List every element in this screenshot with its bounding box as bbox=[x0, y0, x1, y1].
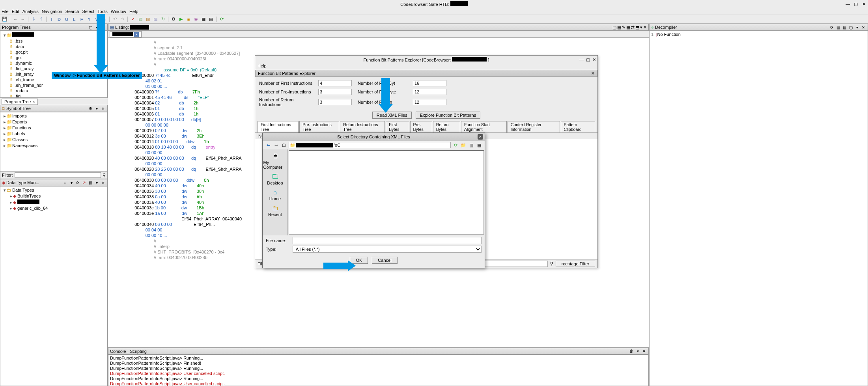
input-npb[interactable] bbox=[413, 89, 446, 95]
symbol-tree[interactable]: ▸📁Imports ▸📁Exports ▸📁Functions ▸📁Labels… bbox=[0, 112, 108, 171]
program-tree[interactable]: ▾📁 🗎.bss 🗎.data 🗎.got.plt 🗎.got 🗎.dynami… bbox=[0, 31, 108, 98]
window-close-icon[interactable]: ✕ bbox=[592, 57, 596, 62]
undo-icon[interactable]: ↶ bbox=[112, 16, 118, 22]
fbp-tab[interactable]: Pre-Instructions Tree bbox=[299, 121, 339, 132]
panel-close-icon[interactable]: ✕ bbox=[100, 106, 106, 111]
input-npi[interactable] bbox=[318, 89, 352, 95]
filename-input[interactable] bbox=[293, 237, 482, 244]
input-nfb[interactable] bbox=[413, 80, 446, 86]
fbp-help-menu[interactable]: Help bbox=[258, 63, 267, 68]
tree-item[interactable]: Functions bbox=[12, 125, 31, 130]
tool-icon[interactable]: ⟳ bbox=[218, 16, 225, 22]
panel-close-icon[interactable]: ✕ bbox=[100, 180, 106, 185]
panel-icon[interactable]: ▾ bbox=[635, 349, 640, 354]
tree-item[interactable]: .dynamic bbox=[15, 61, 32, 65]
save-icon[interactable]: 💾 bbox=[2, 16, 8, 22]
tree-item[interactable]: .bss bbox=[15, 39, 22, 43]
cancel-button[interactable]: Cancel bbox=[372, 257, 397, 264]
tree-item[interactable]: .eh_frame_hdr bbox=[15, 83, 43, 88]
cursor-icon[interactable]: ✎ bbox=[622, 25, 625, 30]
menu-help[interactable]: Help bbox=[129, 9, 138, 14]
back-icon[interactable]: ← bbox=[12, 16, 19, 22]
letter-i-icon[interactable]: I bbox=[49, 16, 55, 22]
refresh-icon[interactable]: ⟳ bbox=[829, 24, 834, 30]
panel-close-icon[interactable]: ✕ bbox=[591, 71, 595, 76]
fbp-tab[interactable]: Pattern Clipboard bbox=[561, 121, 595, 132]
toolbar-icon[interactable]: ⇄ bbox=[631, 25, 635, 30]
tree-item[interactable]: Data Types bbox=[12, 188, 34, 192]
letter-d-icon[interactable]: D bbox=[56, 16, 62, 22]
data-type-tree[interactable]: ▾🗀Data Types ▸◆ BuiltinTypes ▸◆ ▸◆ gener… bbox=[0, 186, 108, 386]
tree-item[interactable]: Classes bbox=[12, 137, 28, 142]
program-tree-tab[interactable]: Program Tree× bbox=[2, 99, 38, 105]
menu-file[interactable]: File bbox=[2, 9, 9, 14]
tree-item[interactable]: .got bbox=[15, 55, 22, 60]
nav-icon[interactable]: ⇡ bbox=[38, 16, 44, 22]
fbp-pct-filter-button[interactable]: rcentage Filter bbox=[556, 261, 595, 267]
nav-back-icon[interactable]: ⬅ bbox=[265, 142, 271, 148]
fbp-tab[interactable]: Pre-Bytes bbox=[410, 121, 432, 132]
letter-f-icon[interactable]: F bbox=[78, 16, 85, 22]
window-minimize-icon[interactable]: — bbox=[845, 1, 851, 7]
panel-icon[interactable]: ▢ bbox=[88, 24, 93, 30]
panel-icon[interactable]: ▾ bbox=[94, 106, 99, 111]
tree-item[interactable]: .data bbox=[15, 44, 24, 49]
tool-icon[interactable]: ▤ bbox=[208, 16, 214, 22]
box-icon[interactable]: ▨ bbox=[152, 16, 159, 22]
redo-icon[interactable]: ↷ bbox=[119, 16, 125, 22]
path-input[interactable]: 📁 'oC bbox=[289, 142, 451, 148]
panel-icon[interactable]: ⟳ bbox=[75, 180, 80, 185]
decompiler-area[interactable]: 1 |No Function bbox=[649, 31, 868, 386]
panel-icon[interactable]: ▤ bbox=[835, 24, 841, 30]
panel-icon[interactable]: ↔ bbox=[62, 180, 68, 185]
input-nri[interactable] bbox=[318, 99, 352, 105]
fbp-tab[interactable]: First Instructions Tree bbox=[258, 121, 299, 132]
place-desktop[interactable]: 🗔Desktop bbox=[263, 172, 287, 186]
panel-close-icon[interactable]: ✕ bbox=[641, 349, 647, 354]
tree-item[interactable]: Namespaces bbox=[12, 143, 37, 148]
refresh-icon[interactable]: ↻ bbox=[160, 16, 166, 22]
fbp-tab[interactable]: Return Bytes bbox=[433, 121, 460, 132]
panel-icon[interactable]: ⚙ bbox=[88, 106, 93, 111]
file-list[interactable] bbox=[289, 150, 484, 235]
window-minimize-icon[interactable]: — bbox=[579, 57, 584, 62]
check-icon[interactable]: ✔ bbox=[130, 16, 136, 22]
letter-y-icon[interactable]: Y bbox=[86, 16, 92, 22]
menu-edit[interactable]: Edit bbox=[12, 9, 19, 14]
new-folder-icon[interactable]: 📁 bbox=[460, 142, 467, 148]
menu-search[interactable]: Search bbox=[65, 9, 79, 14]
panel-icon[interactable]: ▤ bbox=[842, 24, 847, 30]
fbp-tab[interactable]: Function Start Alignment bbox=[461, 121, 507, 132]
toolbar-icon[interactable]: ⬒ bbox=[635, 25, 639, 30]
panel-icon[interactable]: ⊘ bbox=[81, 180, 87, 185]
filter-settings-icon[interactable]: ⚲ bbox=[103, 173, 106, 178]
type-select[interactable]: All Files (*.*) bbox=[293, 246, 482, 253]
menu-analysis[interactable]: Analysis bbox=[22, 9, 39, 14]
tool-icon[interactable]: ⚙ bbox=[170, 16, 177, 22]
menu-tools[interactable]: Tools bbox=[97, 9, 108, 14]
tree-item[interactable]: .fini bbox=[15, 94, 21, 98]
window-maximize-icon[interactable]: ▢ bbox=[853, 1, 859, 7]
dialog-close-icon[interactable]: ✕ bbox=[478, 134, 483, 140]
tool-icon[interactable]: ◉ bbox=[193, 16, 199, 22]
symbol-filter-input[interactable] bbox=[15, 172, 101, 178]
panel-icon[interactable]: ▾ bbox=[94, 180, 99, 185]
list-view-icon[interactable]: ▥ bbox=[468, 142, 474, 148]
toolbar-icon[interactable]: ▾ bbox=[640, 25, 642, 30]
toolbar-icon[interactable]: ▤ bbox=[617, 25, 621, 30]
filter-settings-icon[interactable]: ⚲ bbox=[550, 261, 553, 266]
letter-u-icon[interactable]: U bbox=[63, 16, 70, 22]
tab-close-icon[interactable]: × bbox=[32, 99, 35, 104]
tree-item[interactable]: .eh_frame bbox=[15, 77, 34, 82]
menu-window[interactable]: Window bbox=[111, 9, 126, 14]
fbp-tab[interactable]: Context Register Information bbox=[508, 121, 560, 132]
nav-fwd-icon[interactable]: ➡ bbox=[273, 142, 279, 148]
forward-icon[interactable]: → bbox=[20, 16, 26, 22]
stop-icon[interactable]: ■ bbox=[185, 16, 192, 22]
tree-item[interactable]: Exports bbox=[12, 119, 27, 124]
panel-icon[interactable]: ▢ bbox=[848, 24, 853, 30]
input-nrb[interactable] bbox=[413, 99, 446, 105]
details-view-icon[interactable]: ▤ bbox=[476, 142, 482, 148]
tree-item[interactable]: Labels bbox=[12, 131, 25, 136]
refresh-icon[interactable]: ⟳ bbox=[452, 142, 459, 148]
